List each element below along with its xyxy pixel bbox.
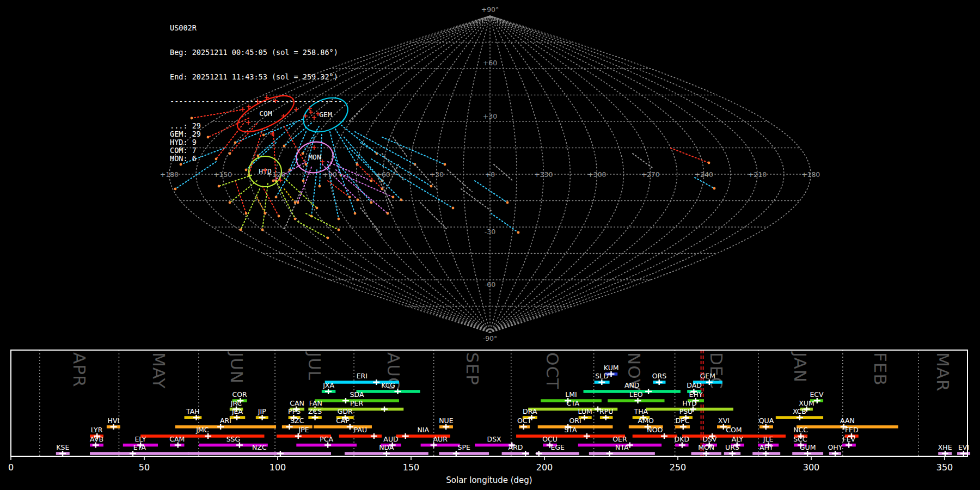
shower-label-NIA: NIA xyxy=(417,426,429,434)
x-tick-label: 100 xyxy=(270,462,286,473)
shower-label-AND: AND xyxy=(624,381,640,389)
x-tick-label: 350 xyxy=(936,462,953,473)
shower-peak-LEO xyxy=(635,398,641,403)
shower-label-COR: COR xyxy=(232,390,248,399)
x-tick-label: 150 xyxy=(403,462,420,473)
shower-peak-FEV xyxy=(846,443,852,448)
shower-label-JMC: JMC xyxy=(195,426,209,434)
shower-label-LUM: LUM xyxy=(578,407,592,415)
shower-peak-NUE xyxy=(443,424,449,430)
shower-label-PER: PER xyxy=(350,399,363,407)
month-label: JUN xyxy=(227,351,247,384)
shower-label-PCA: PCA xyxy=(320,435,333,443)
shower-label-ECV: ECV xyxy=(810,390,824,399)
shower-label-ELY: ELY xyxy=(134,435,146,443)
shower-peak-RPU xyxy=(603,415,609,420)
month-label: OCT xyxy=(543,352,562,389)
shower-label-KSE: KSE xyxy=(56,443,69,451)
shower-peak-PER xyxy=(381,407,388,412)
shower-label-XHE: XHE xyxy=(938,443,952,451)
shower-peak-NIA xyxy=(402,433,409,439)
shower-label-OER: OER xyxy=(612,435,627,443)
month-label: JAN xyxy=(791,351,810,383)
shower-peak-EVI xyxy=(960,451,967,456)
shower-label-NCC: NCC xyxy=(793,426,808,434)
shower-label-CAM: CAM xyxy=(169,435,185,443)
shower-count-line: COM: 7 xyxy=(170,146,342,155)
shower-peak-STA xyxy=(584,433,590,439)
shower-label-NTA: NTA xyxy=(615,443,629,451)
shower-label-XUM: XUM xyxy=(799,399,814,407)
shower-peak-EGE xyxy=(536,451,542,456)
shower-label-ARD: ARD xyxy=(508,443,523,451)
shower-count-line: ...: 29 xyxy=(170,122,342,130)
shower-label-DPC: DPC xyxy=(676,416,690,425)
shower-label-JEA: JEA xyxy=(231,407,243,415)
shower-peak-NTA xyxy=(607,451,613,456)
shower-label-GDR: GDR xyxy=(338,407,353,415)
shower-label-AUD: AUD xyxy=(383,435,398,443)
shower-label-AUR: AUR xyxy=(433,435,448,443)
shower-label-DKD: DKD xyxy=(675,435,689,443)
shower-label-QUA: QUA xyxy=(759,416,774,425)
shower-peak-NOO xyxy=(661,433,667,439)
shower-label-SLD: SLD xyxy=(595,372,609,380)
shower-label-KCG: KCG xyxy=(381,381,395,389)
shower-label-AVB: AVB xyxy=(90,435,103,443)
shower-peak-OHY xyxy=(832,451,838,456)
shower-label-DRA: DRA xyxy=(523,407,537,415)
shower-peak-ARI xyxy=(217,424,224,430)
x-axis-title: Solar longitude (deg) xyxy=(446,475,532,485)
begin-time: Beg: 20251211 00:45:05 (sol = 258.86°) xyxy=(170,48,342,57)
shower-count-line: GEM: 29 xyxy=(170,130,342,138)
month-label: FEB xyxy=(871,352,890,386)
x-tick-label: 200 xyxy=(536,462,553,473)
shower-label-SZC: SZC xyxy=(290,416,304,425)
shower-label-KUM: KUM xyxy=(604,364,619,372)
shower-label-CAP: CAP xyxy=(336,416,350,425)
shower-peak-CAM xyxy=(175,443,181,448)
activity-timeline: APRMAYJUNJULAUGSEPOCTNOVDECJANFEBMARKUME… xyxy=(0,0,980,490)
month-label: SEP xyxy=(463,352,482,385)
shower-label-OHY: OHY xyxy=(828,443,842,451)
shower-label-SSG: SSG xyxy=(226,435,241,443)
shower-label-SDA: SDA xyxy=(350,390,364,399)
shower-label-XVI: XVI xyxy=(718,416,730,425)
shower-label-URS: URS xyxy=(725,443,739,451)
shower-label-AMO: AMO xyxy=(638,416,654,425)
shower-label-EHY: EHY xyxy=(689,390,703,399)
shower-peak-SZC xyxy=(286,424,293,430)
x-tick-label: 300 xyxy=(803,462,820,473)
shower-label-JRC: JRC xyxy=(230,399,242,407)
shower-label-XCB: XCB xyxy=(793,407,806,415)
shower-peak-DKD xyxy=(679,443,685,448)
x-tick-label: 0 xyxy=(8,462,14,473)
shower-peak-XHE xyxy=(942,451,948,456)
shower-label-CTA: CTA xyxy=(566,399,579,407)
shower-label-JIP: JIP xyxy=(258,407,266,415)
shower-peak-AUR xyxy=(431,443,437,448)
shower-peak-KSE xyxy=(59,451,66,456)
shower-peak-ORS xyxy=(656,379,663,385)
shower-peak-OCT xyxy=(520,424,527,430)
shower-peak-CAP xyxy=(347,424,353,430)
shower-label-STA: STA xyxy=(564,426,577,434)
shower-label-NDA: NDA xyxy=(379,443,394,451)
shower-label-HVI: HVI xyxy=(108,416,120,425)
shower-peak-XCB xyxy=(797,415,803,420)
shower-peak-SLD xyxy=(598,379,605,385)
shower-peak-ECV xyxy=(814,398,820,403)
x-tick-label: 50 xyxy=(139,462,150,473)
shower-label-SPE: SPE xyxy=(458,443,470,451)
shower-peak-MON xyxy=(703,451,709,456)
shower-peak-SPE xyxy=(453,451,460,456)
shower-label-DSX: DSX xyxy=(487,435,502,443)
shower-count-line: HYD: 9 xyxy=(170,138,342,146)
shower-label-ERI: ERI xyxy=(357,372,367,380)
shower-label-NOO: NOO xyxy=(647,426,663,434)
shower-peak-ERI xyxy=(373,379,379,385)
shower-label-LEO: LEO xyxy=(629,390,643,399)
shower-peak-LUM xyxy=(581,415,588,420)
shower-peak-AND xyxy=(645,389,652,394)
x-tick-label: 250 xyxy=(670,462,687,473)
